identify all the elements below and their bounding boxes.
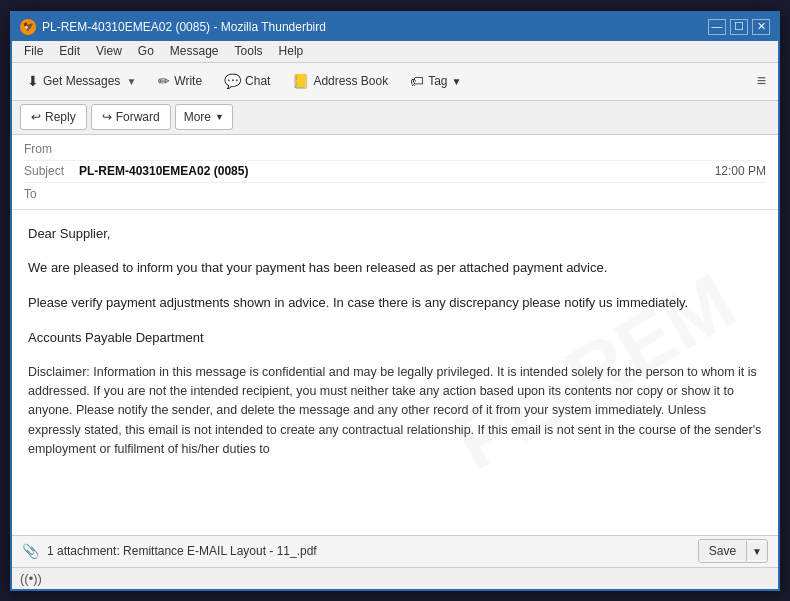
reply-button[interactable]: ↩ Reply [20,104,87,130]
signature: Accounts Payable Department [28,328,762,349]
paragraph2: Please verify payment adjustments shown … [28,293,762,314]
close-button[interactable]: ✕ [752,19,770,35]
address-book-label: Address Book [313,74,388,88]
tag-button[interactable]: 🏷 Tag ▼ [401,67,470,95]
address-book-button[interactable]: 📒 Address Book [283,67,397,95]
tag-arrow-icon: ▼ [452,76,462,87]
save-button-dropdown-icon[interactable]: ▼ [747,543,767,560]
get-messages-label: Get Messages [43,74,120,88]
email-body: PL-REM Dear Supplier, We are pleased to … [12,210,778,535]
action-bar: ↩ Reply ↪ Forward More ▼ [12,101,778,135]
attachment-bar: 📎 1 attachment: Remittance E-MAIL Layout… [12,535,778,567]
toolbar: ⬇ Get Messages ▼ ✏ Write 💬 Chat 📒 Addres… [12,63,778,101]
reply-icon: ↩ [31,110,41,124]
maximize-button[interactable]: ☐ [730,19,748,35]
from-row: From [24,139,766,161]
window-title: PL-REM-40310EMEA02 (0085) - Mozilla Thun… [42,20,326,34]
write-label: Write [174,74,202,88]
menu-view[interactable]: View [88,42,130,60]
more-label: More [184,110,211,124]
save-button[interactable]: Save ▼ [698,539,768,563]
paragraph1: We are pleased to inform you that your p… [28,258,762,279]
email-header: From Subject PL-REM-40310EMEA02 (0085) 1… [12,135,778,210]
menu-go[interactable]: Go [130,42,162,60]
to-row: To [24,183,766,205]
main-window: 🦅 PL-REM-40310EMEA02 (0085) - Mozilla Th… [10,11,780,591]
title-bar-left: 🦅 PL-REM-40310EMEA02 (0085) - Mozilla Th… [20,19,326,35]
get-messages-button[interactable]: ⬇ Get Messages ▼ [18,67,145,95]
status-bar: ((•)) [12,567,778,589]
hamburger-menu-button[interactable]: ≡ [751,68,772,94]
write-button[interactable]: ✏ Write [149,67,211,95]
address-book-icon: 📒 [292,73,309,89]
subject-value: PL-REM-40310EMEA02 (0085) [79,164,715,178]
from-label: From [24,142,79,156]
tag-icon: 🏷 [410,73,424,89]
disclaimer: Disclaimer: Information in this message … [28,363,762,460]
email-body-text: Dear Supplier, We are pleased to inform … [28,224,762,460]
menu-message[interactable]: Message [162,42,227,60]
write-icon: ✏ [158,73,170,89]
menu-tools[interactable]: Tools [227,42,271,60]
wifi-icon: ((•)) [20,571,42,586]
get-messages-arrow-icon: ▼ [126,76,136,87]
forward-label: Forward [116,110,160,124]
window-controls: — ☐ ✕ [708,19,770,35]
chat-button[interactable]: 💬 Chat [215,67,279,95]
forward-button[interactable]: ↪ Forward [91,104,171,130]
email-time: 12:00 PM [715,164,766,178]
reply-label: Reply [45,110,76,124]
menu-edit[interactable]: Edit [51,42,88,60]
save-button-label[interactable]: Save [699,541,747,561]
app-icon: 🦅 [20,19,36,35]
to-label: To [24,187,79,201]
menu-file[interactable]: File [16,42,51,60]
greeting: Dear Supplier, [28,224,762,245]
more-arrow-icon: ▼ [215,112,224,122]
tag-label: Tag [428,74,447,88]
minimize-button[interactable]: — [708,19,726,35]
get-messages-icon: ⬇ [27,73,39,89]
subject-label: Subject [24,164,79,178]
attachment-clip-icon: 📎 [22,543,39,559]
attachment-text: 1 attachment: Remittance E-MAIL Layout -… [47,544,317,558]
more-button[interactable]: More ▼ [175,104,233,130]
chat-icon: 💬 [224,73,241,89]
menu-help[interactable]: Help [271,42,312,60]
title-bar: 🦅 PL-REM-40310EMEA02 (0085) - Mozilla Th… [12,13,778,41]
subject-row: Subject PL-REM-40310EMEA02 (0085) 12:00 … [24,161,766,183]
forward-icon: ↪ [102,110,112,124]
menu-bar: File Edit View Go Message Tools Help [12,41,778,63]
chat-label: Chat [245,74,270,88]
